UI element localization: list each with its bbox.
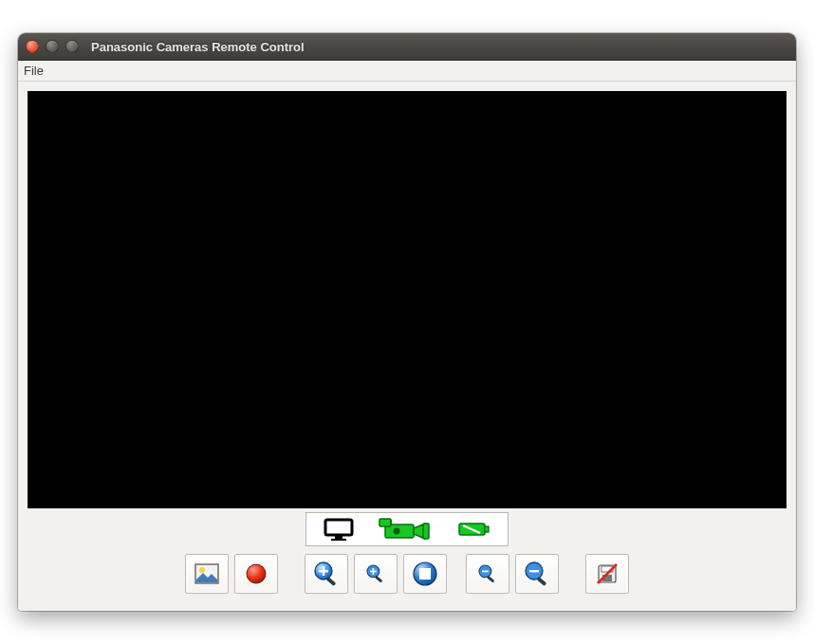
svg-rect-28 bbox=[536, 577, 546, 586]
zoom-in-button[interactable] bbox=[305, 554, 348, 594]
battery-status-icon[interactable] bbox=[458, 519, 490, 540]
zoom-out-more-button[interactable] bbox=[466, 554, 509, 594]
svg-point-6 bbox=[393, 528, 399, 535]
svg-rect-1 bbox=[335, 536, 342, 539]
svg-rect-4 bbox=[379, 519, 391, 526]
svg-rect-22 bbox=[419, 568, 431, 580]
svg-rect-25 bbox=[487, 576, 494, 583]
svg-point-11 bbox=[199, 567, 205, 573]
window-close-button[interactable] bbox=[26, 40, 39, 53]
svg-rect-15 bbox=[323, 566, 324, 576]
zoom-fit-button[interactable] bbox=[403, 554, 447, 594]
svg-rect-0 bbox=[325, 520, 352, 535]
record-button[interactable] bbox=[234, 554, 278, 594]
svg-rect-20 bbox=[375, 576, 382, 583]
svg-rect-7 bbox=[423, 524, 429, 539]
svg-rect-5 bbox=[390, 520, 392, 525]
zoom-out-small-icon bbox=[476, 562, 499, 585]
zoom-in-large-icon bbox=[313, 561, 340, 587]
menubar: File bbox=[18, 61, 796, 82]
window-maximize-button[interactable] bbox=[65, 40, 79, 53]
zoom-out-button[interactable] bbox=[515, 554, 559, 594]
menu-file[interactable]: File bbox=[24, 64, 44, 78]
mode-strip bbox=[305, 512, 509, 546]
svg-point-12 bbox=[247, 564, 266, 583]
zoom-out-large-icon bbox=[524, 561, 550, 587]
zoom-in-more-button[interactable] bbox=[354, 554, 398, 594]
video-viewport bbox=[28, 91, 786, 508]
svg-rect-9 bbox=[485, 526, 489, 532]
window-title: Panasonic Cameras Remote Control bbox=[91, 40, 305, 54]
client-area: File bbox=[18, 60, 796, 611]
content-area bbox=[18, 82, 796, 611]
svg-rect-16 bbox=[325, 577, 336, 586]
titlebar[interactable]: Panasonic Cameras Remote Control bbox=[18, 33, 796, 60]
monitor-mode-icon[interactable] bbox=[324, 517, 356, 542]
svg-rect-24 bbox=[482, 571, 489, 573]
stop-disable-button[interactable] bbox=[585, 554, 629, 594]
record-icon bbox=[245, 562, 268, 585]
no-save-icon bbox=[595, 561, 620, 586]
toolbar bbox=[28, 552, 786, 601]
window-minimize-button[interactable] bbox=[46, 40, 59, 53]
svg-rect-19 bbox=[373, 568, 375, 575]
fit-screen-icon bbox=[412, 561, 438, 587]
picture-icon bbox=[194, 563, 219, 584]
camcorder-mode-icon[interactable] bbox=[378, 517, 436, 542]
zoom-in-small-icon bbox=[364, 562, 387, 585]
svg-rect-27 bbox=[529, 570, 539, 572]
application-window: Panasonic Cameras Remote Control File bbox=[18, 33, 796, 611]
svg-rect-2 bbox=[331, 539, 346, 541]
capture-image-button[interactable] bbox=[185, 554, 229, 594]
